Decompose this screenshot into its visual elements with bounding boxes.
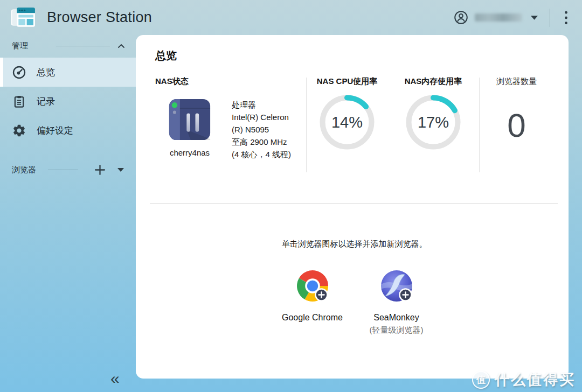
nas-status-label: NAS状态 — [155, 76, 306, 86]
sidebar-item-label: 总览 — [37, 66, 55, 79]
username-redacted — [475, 13, 522, 22]
processor-line: 处理器 — [232, 99, 291, 111]
nas-status-section: NAS状态 — [155, 76, 306, 203]
browser-picker: 单击浏览器图标以选择并添加新浏览器。 — [155, 239, 553, 335]
chevron-up-icon — [117, 41, 125, 51]
app-title: Browser Station — [47, 9, 152, 26]
overview-panel: 总览 NAS状态 — [136, 35, 569, 379]
smzdm-logo-icon: 值 — [472, 371, 490, 389]
group-divider-line — [56, 46, 110, 46]
page-title: 总览 — [155, 48, 553, 63]
browser-option-name: SeaMonkey — [373, 313, 419, 323]
sidebar-group-admin[interactable]: 管理 — [0, 35, 136, 57]
group-divider-line — [48, 170, 78, 170]
nas-device-name: cherry4nas — [168, 148, 211, 157]
section-divider — [150, 203, 558, 204]
add-badge-icon — [399, 289, 411, 301]
add-browser-button[interactable] — [93, 163, 107, 177]
smzdm-watermark-text: 什么值得买 — [495, 370, 576, 389]
nas-device-icon — [168, 134, 211, 143]
app-header: Browser Station — [0, 0, 582, 35]
add-seamonkey-browser-tile[interactable]: SeaMonkey (轻量级浏览器) — [361, 270, 432, 335]
browser-count-section: 浏览器数量 0 — [480, 76, 553, 203]
sidebar-item-overview[interactable]: 总览 — [0, 58, 136, 87]
user-menu[interactable] — [454, 10, 538, 25]
memory-usage-donut: 17% — [405, 94, 461, 152]
sidebar: 管理 总览 — [0, 35, 136, 392]
add-chrome-browser-tile[interactable]: Google Chrome — [277, 270, 348, 335]
browser-option-name: Google Chrome — [282, 313, 343, 323]
sidebar-item-label: 偏好设定 — [37, 124, 73, 137]
picker-instruction: 单击浏览器图标以选择并添加新浏览器。 — [155, 239, 553, 249]
processor-line: Intel(R) Celeron — [232, 111, 291, 123]
processor-info: 处理器 Intel(R) Celeron (R) N5095 至高 2900 M… — [232, 99, 291, 160]
cpu-usage-label: NAS CPU使用率 — [307, 76, 387, 86]
browser-count-value: 0 — [480, 109, 553, 142]
sidebar-collapse-button[interactable]: « — [110, 370, 120, 387]
group-browser-label: 浏览器 — [12, 165, 36, 175]
processor-line: 至高 2900 MHz — [232, 136, 291, 148]
processor-line: (R) N5095 — [232, 123, 291, 136]
add-badge-icon — [315, 289, 327, 301]
memory-usage-section: NAS内存使用率 17% — [387, 76, 479, 203]
processor-line: (4 核心，4 线程) — [232, 148, 291, 160]
memory-usage-value: 17% — [418, 114, 449, 131]
stats-row: NAS状态 — [155, 76, 553, 203]
memory-usage-label: NAS内存使用率 — [387, 76, 479, 86]
google-chrome-icon — [296, 270, 329, 302]
group-admin-label: 管理 — [12, 41, 28, 51]
gear-icon — [12, 123, 26, 138]
browser-group-caret-button[interactable] — [116, 167, 125, 173]
browser-station-window: Browser Station — [0, 0, 582, 392]
more-options-button[interactable] — [562, 9, 570, 27]
user-caret-down-icon — [531, 16, 538, 20]
gauge-icon — [12, 65, 26, 80]
cpu-usage-donut: 14% — [319, 94, 375, 152]
browser-count-label: 浏览器数量 — [480, 76, 553, 86]
cpu-usage-section: NAS CPU使用率 14% — [307, 76, 387, 203]
browser-option-note: (轻量级浏览器) — [370, 325, 424, 335]
user-avatar-icon — [454, 10, 468, 25]
cpu-usage-value: 14% — [331, 114, 363, 131]
sidebar-item-logs[interactable]: 记录 — [0, 87, 136, 116]
sidebar-item-label: 记录 — [37, 95, 55, 108]
sidebar-group-browser: 浏览器 — [0, 159, 136, 180]
header-divider — [550, 9, 550, 27]
clipboard-icon — [12, 94, 26, 109]
seamonkey-icon — [380, 270, 413, 302]
smzdm-watermark: 值 什么值得买 — [472, 370, 576, 389]
sidebar-item-preferences[interactable]: 偏好设定 — [0, 116, 136, 145]
browser-station-logo-icon — [11, 6, 36, 29]
